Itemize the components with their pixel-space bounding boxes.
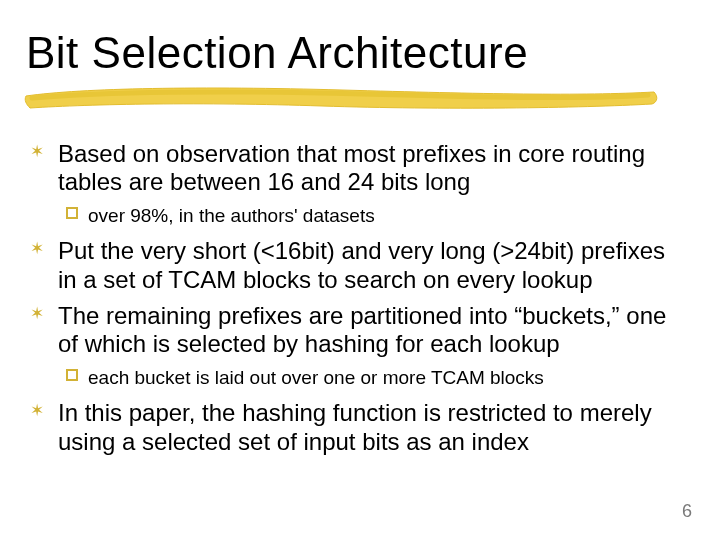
starburst-icon: ✶ (30, 142, 44, 162)
bullet-text: Put the very short (<16bit) and very lon… (58, 237, 665, 292)
slide-title: Bit Selection Architecture (26, 30, 528, 76)
bullet-level1: ✶ Based on observation that most prefixe… (30, 140, 680, 197)
slide-body: ✶ Based on observation that most prefixe… (30, 140, 680, 464)
bullet-level1: ✶ In this paper, the hashing function is… (30, 399, 680, 456)
bullet-level1: ✶ Put the very short (<16bit) and very l… (30, 237, 680, 294)
title-underline-stroke (22, 84, 662, 114)
bullet-text: Based on observation that most prefixes … (58, 140, 645, 195)
bullet-text: In this paper, the hashing function is r… (58, 399, 652, 454)
starburst-icon: ✶ (30, 239, 44, 259)
title-wrap: Bit Selection Architecture (26, 30, 694, 76)
starburst-icon: ✶ (30, 304, 44, 324)
square-icon (66, 369, 78, 381)
bullet-level1: ✶ The remaining prefixes are partitioned… (30, 302, 680, 359)
bullet-text: each bucket is laid out over one or more… (88, 367, 544, 388)
bullet-level2: over 98%, in the authors' datasets (30, 205, 680, 228)
bullet-text: over 98%, in the authors' datasets (88, 205, 375, 226)
square-icon (66, 207, 78, 219)
slide: Bit Selection Architecture ✶ Based on ob… (0, 0, 720, 540)
bullet-text: The remaining prefixes are partitioned i… (58, 302, 666, 357)
starburst-icon: ✶ (30, 401, 44, 421)
page-number: 6 (682, 501, 692, 522)
bullet-level2: each bucket is laid out over one or more… (30, 367, 680, 390)
